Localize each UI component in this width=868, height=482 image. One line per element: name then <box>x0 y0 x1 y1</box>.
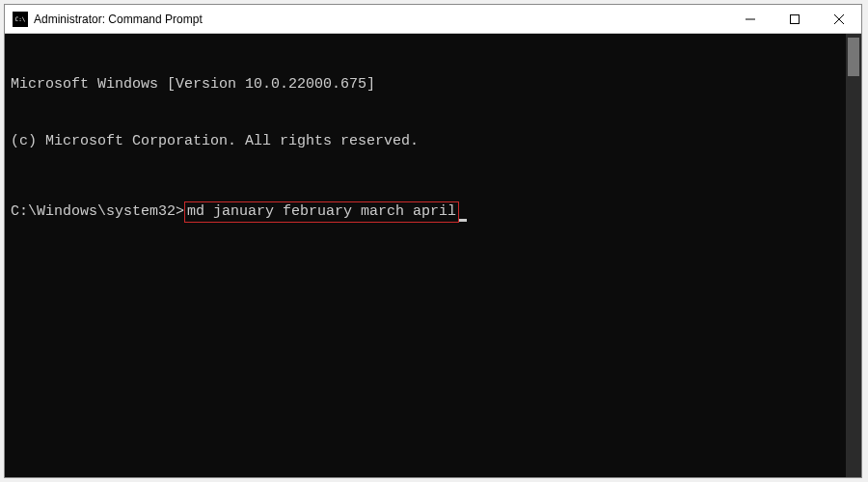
version-line: Microsoft Windows [Version 10.0.22000.67… <box>11 75 855 94</box>
text-cursor <box>459 219 467 222</box>
svg-rect-1 <box>791 14 800 23</box>
cmd-icon <box>13 12 28 27</box>
close-icon <box>834 14 844 24</box>
scrollbar-thumb[interactable] <box>848 38 859 76</box>
minimize-icon <box>746 14 755 24</box>
vertical-scrollbar[interactable] <box>846 34 861 477</box>
window-title: Administrator: Command Prompt <box>34 13 728 26</box>
command-text: md january february march april <box>187 203 456 220</box>
close-button[interactable] <box>817 5 861 33</box>
minimize-button[interactable] <box>728 5 773 33</box>
prompt-path: C:\Windows\system32> <box>11 203 184 220</box>
window-controls <box>728 5 861 33</box>
command-highlight: md january february march april <box>184 201 459 223</box>
maximize-button[interactable] <box>773 5 817 33</box>
copyright-line: (c) Microsoft Corporation. All rights re… <box>11 132 855 151</box>
prompt-line: C:\Windows\system32>md january february … <box>11 201 855 223</box>
terminal-area[interactable]: Microsoft Windows [Version 10.0.22000.67… <box>5 34 861 477</box>
maximize-icon <box>790 14 800 24</box>
titlebar[interactable]: Administrator: Command Prompt <box>5 5 861 34</box>
command-prompt-window: Administrator: Command Prompt Microsoft … <box>4 4 862 478</box>
